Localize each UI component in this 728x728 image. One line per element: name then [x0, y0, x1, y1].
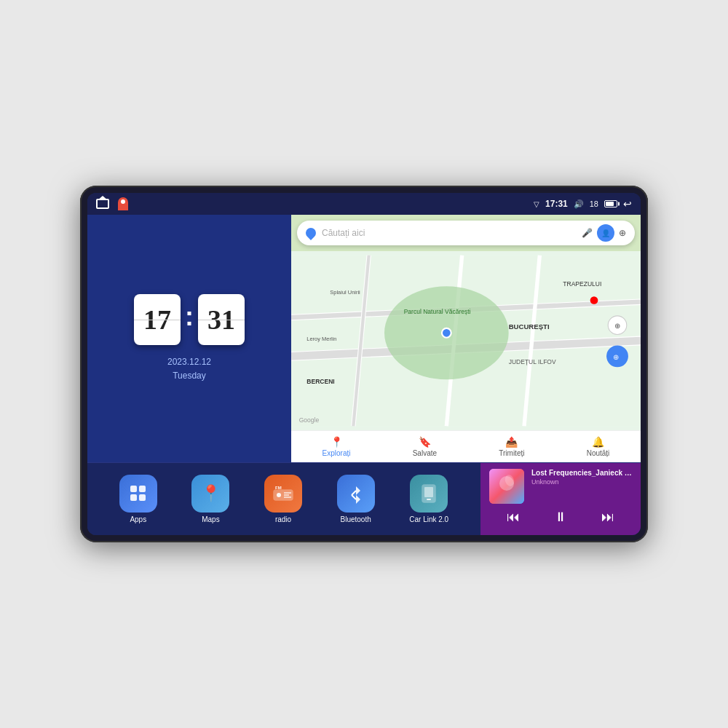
- status-bar: ▽ 17:31 🔊 18 ↩: [87, 193, 641, 215]
- svg-text:Parcul Natural Văcărești: Parcul Natural Văcărești: [404, 308, 471, 315]
- carlink-icon-svg: [419, 483, 439, 504]
- signal-bars: 18: [590, 199, 598, 208]
- bottom-section: Apps 📍 Maps: [87, 462, 641, 535]
- bluetooth-label: Bluetooth: [340, 515, 371, 523]
- svg-rect-25: [139, 486, 146, 492]
- svg-text:Splaiul Unirii: Splaiul Unirii: [330, 289, 360, 296]
- svg-point-29: [277, 493, 281, 497]
- svg-rect-27: [139, 494, 146, 501]
- radio-label: radio: [275, 515, 291, 523]
- status-left-icons: [96, 197, 128, 210]
- album-art: [489, 469, 524, 504]
- map-canvas: Parcul Natural Văcărești Leroy Merlin BE…: [291, 251, 641, 430]
- play-pause-button[interactable]: ⏸: [548, 507, 573, 528]
- maps-icon-emoji: 📍: [201, 484, 221, 503]
- svg-point-17: [442, 328, 451, 338]
- map-search-bar[interactable]: Căutați aici 🎤 👤 ⊕: [297, 221, 635, 245]
- battery-icon: [604, 200, 617, 207]
- map-search-placeholder: Căutați aici: [322, 228, 576, 238]
- carlink-icon-circle: [410, 475, 448, 513]
- album-art-visual: [489, 469, 524, 504]
- music-info: Lost Frequencies_Janieck Devy-... Unknow…: [531, 469, 632, 486]
- date-display: 2023.12.12: [167, 355, 211, 369]
- svg-text:⊕: ⊕: [613, 353, 619, 361]
- apps-icon-item[interactable]: Apps: [119, 475, 157, 523]
- volume-icon: 🔊: [574, 199, 584, 209]
- svg-text:BERCENI: BERCENI: [306, 378, 334, 385]
- time-display: 17:31: [545, 199, 568, 209]
- maps-label: Maps: [202, 515, 219, 523]
- svg-rect-28: [274, 490, 293, 500]
- explore-icon: 📍: [331, 436, 343, 448]
- bluetooth-icon-circle: [337, 475, 375, 513]
- maps-icon-circle: 📍: [191, 475, 229, 513]
- map-nav-news[interactable]: 🔔 Noutăți: [587, 436, 610, 457]
- svg-rect-38: [427, 499, 431, 500]
- maps-icon-item[interactable]: 📍 Maps: [191, 475, 229, 523]
- time-colon: :: [185, 301, 194, 332]
- carlink-label: Car Link 2.0: [409, 515, 448, 523]
- day-display: Tuesday: [167, 369, 211, 383]
- svg-text:JUDEȚUL ILFOV: JUDEȚUL ILFOV: [509, 358, 556, 365]
- top-section: 17 : 31 2023.12.12 Tuesday Căutați aici: [87, 215, 641, 462]
- map-search-icons: 🎤 👤 ⊕: [582, 224, 626, 242]
- map-layers-icon[interactable]: ⊕: [619, 228, 626, 238]
- music-artist: Unknown: [531, 478, 632, 486]
- svg-rect-26: [130, 494, 137, 501]
- map-pin-icon: [304, 226, 318, 240]
- map-nav-saved[interactable]: 🔖 Salvate: [413, 436, 437, 457]
- send-icon: 📤: [505, 436, 518, 448]
- explore-label: Explorați: [323, 449, 351, 457]
- car-head-unit: ▽ 17:31 🔊 18 ↩ 17 : 31: [80, 186, 648, 542]
- svg-text:BUCUREȘTI: BUCUREȘTI: [509, 323, 550, 331]
- status-right-icons: ▽ 17:31 🔊 18 ↩: [534, 198, 632, 210]
- news-icon: 🔔: [592, 436, 604, 448]
- music-controls: ⏮ ⏸ ⏭: [489, 504, 632, 531]
- news-label: Noutăți: [587, 449, 610, 457]
- date-info: 2023.12.12 Tuesday: [167, 355, 211, 383]
- radio-icon-item[interactable]: FM radio: [264, 475, 302, 523]
- svg-point-20: [590, 296, 598, 304]
- map-bottom-bar: 📍 Explorați 🔖 Salvate 📤 Trimiteți �: [291, 430, 641, 462]
- home-icon[interactable]: [96, 199, 109, 209]
- saved-label: Salvate: [413, 449, 437, 457]
- map-nav-explore[interactable]: 📍 Explorați: [323, 436, 351, 457]
- saved-icon: 🔖: [419, 436, 431, 448]
- account-icon[interactable]: 👤: [597, 224, 614, 242]
- svg-text:TRAPEZULUI: TRAPEZULUI: [563, 280, 601, 288]
- radio-icon-circle: FM: [264, 475, 302, 513]
- map-widget: Căutați aici 🎤 👤 ⊕: [291, 215, 641, 462]
- svg-rect-24: [130, 486, 137, 492]
- maps-status-icon: [118, 197, 128, 210]
- app-icons-bar: Apps 📍 Maps: [87, 463, 480, 535]
- svg-line-35: [352, 495, 356, 499]
- flip-clock: 17 : 31: [134, 294, 245, 345]
- carlink-icon-item[interactable]: Car Link 2.0: [409, 475, 448, 523]
- hour-display: 17: [134, 294, 181, 345]
- apps-icon-circle: [119, 475, 157, 513]
- music-player: Lost Frequencies_Janieck Devy-... Unknow…: [480, 463, 641, 535]
- prev-button[interactable]: ⏮: [501, 507, 526, 528]
- svg-rect-37: [424, 487, 433, 497]
- mic-icon[interactable]: 🎤: [582, 228, 593, 238]
- next-button[interactable]: ⏭: [596, 507, 620, 528]
- apps-label: Apps: [130, 515, 146, 523]
- svg-text:Leroy Merlin: Leroy Merlin: [306, 336, 336, 342]
- apps-grid-icon: [128, 483, 149, 504]
- svg-text:Google: Google: [299, 416, 320, 424]
- minute-display: 31: [198, 294, 245, 345]
- main-content: 17 : 31 2023.12.12 Tuesday Căutați aici: [87, 215, 641, 535]
- bluetooth-icon-item[interactable]: Bluetooth: [337, 475, 375, 523]
- radio-icon-svg: FM: [273, 486, 293, 502]
- svg-text:FM: FM: [275, 486, 282, 490]
- bluetooth-icon-svg: [349, 483, 363, 504]
- music-top: Lost Frequencies_Janieck Devy-... Unknow…: [489, 469, 632, 504]
- map-nav-send[interactable]: 📤 Trimiteți: [499, 436, 524, 457]
- clock-widget: 17 : 31 2023.12.12 Tuesday: [87, 215, 291, 462]
- back-icon[interactable]: ↩: [623, 198, 632, 210]
- svg-text:⊕: ⊕: [614, 322, 620, 330]
- send-label: Trimiteți: [499, 449, 524, 457]
- svg-line-34: [352, 491, 356, 495]
- map-svg: Parcul Natural Văcărești Leroy Merlin BE…: [291, 251, 641, 430]
- music-title: Lost Frequencies_Janieck Devy-...: [531, 469, 632, 477]
